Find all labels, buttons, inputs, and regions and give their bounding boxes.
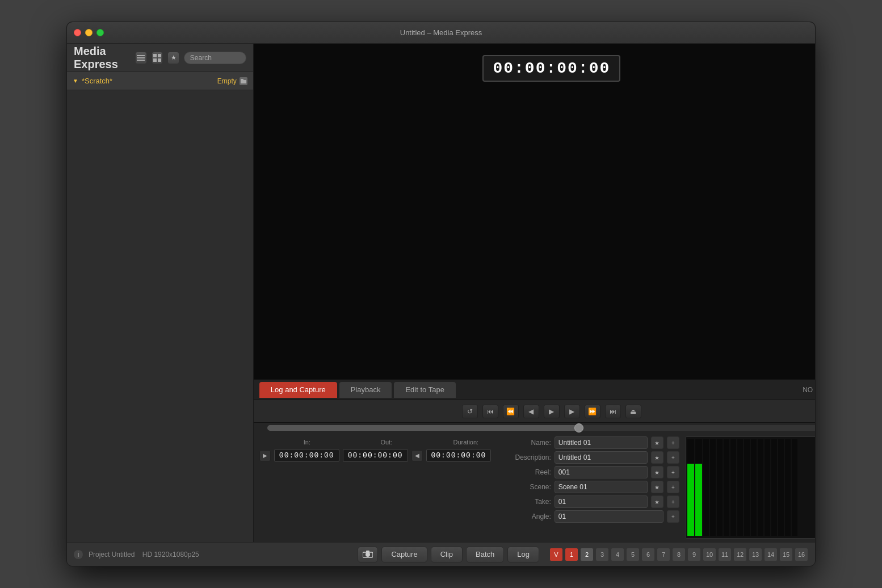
- vu-channel-3: [703, 439, 709, 536]
- scene-plus-button[interactable]: +: [667, 481, 679, 493]
- progress-bar[interactable]: [267, 425, 815, 431]
- clip-label: Clip: [440, 550, 453, 558]
- fast-back-button[interactable]: ⏪: [503, 405, 519, 418]
- out-label: Out:: [380, 439, 392, 446]
- clip-button[interactable]: Clip: [431, 547, 463, 562]
- channel-9-button[interactable]: 9: [687, 548, 701, 561]
- description-input[interactable]: [555, 451, 648, 464]
- tab-playback-label: Playback: [351, 385, 381, 394]
- svg-rect-3: [153, 54, 157, 57]
- svg-point-9: [366, 552, 370, 557]
- fast-fwd-button[interactable]: ▶: [564, 405, 580, 418]
- favorites-button[interactable]: ★: [167, 52, 179, 64]
- capture-button[interactable]: Capture: [381, 547, 427, 562]
- metadata-section: Name: ★ + Description: ★ + Reel:: [506, 436, 679, 539]
- step-fwd-button[interactable]: ⏭: [605, 405, 621, 418]
- angle-plus-button[interactable]: +: [667, 510, 679, 523]
- take-star-button[interactable]: ★: [651, 495, 663, 508]
- tab-log-capture[interactable]: Log and Capture: [259, 382, 337, 398]
- tab-edit-to-tape-label: Edit to Tape: [405, 385, 444, 394]
- video-preview: 00:00:00:00: [254, 44, 815, 379]
- back-button[interactable]: ◀: [523, 405, 539, 418]
- channel-7-button[interactable]: 7: [657, 548, 670, 561]
- maximize-button[interactable]: [96, 29, 104, 36]
- angle-input[interactable]: [555, 510, 663, 523]
- channel-5-button[interactable]: 5: [626, 548, 640, 561]
- take-plus-button[interactable]: +: [667, 495, 679, 508]
- out-label-group: Out:: [352, 436, 421, 447]
- svg-rect-1: [137, 57, 145, 58]
- take-input[interactable]: [555, 495, 648, 508]
- description-row: Description: ★ +: [506, 451, 679, 464]
- camera-button[interactable]: [358, 547, 378, 562]
- channel-11-button[interactable]: 11: [718, 548, 732, 561]
- empty-label: Empty: [217, 77, 237, 85]
- channel-2-button[interactable]: 2: [580, 548, 594, 561]
- channel-1-button[interactable]: 1: [565, 548, 578, 561]
- in-play-button[interactable]: ▶: [259, 450, 271, 461]
- vu-channel-5: [717, 439, 723, 536]
- take-row: Take: ★ +: [506, 495, 679, 508]
- grid-view-button[interactable]: [152, 52, 163, 64]
- vu-channel-13: [771, 439, 777, 536]
- angle-row: Angle: +: [506, 510, 679, 523]
- batch-button[interactable]: Batch: [466, 547, 504, 562]
- sidebar: Media Express ★: [67, 44, 254, 542]
- tabs-row: Log and Capture Playback Edit to Tape NO…: [254, 380, 815, 400]
- list-view-button[interactable]: [135, 52, 147, 64]
- scene-star-button[interactable]: ★: [651, 481, 663, 493]
- timecode-display: 00:00:00:00: [482, 55, 620, 82]
- vu-channel-8: [737, 439, 743, 536]
- channel-6-button[interactable]: 6: [641, 548, 655, 561]
- reel-input[interactable]: [555, 466, 648, 478]
- channel-13-button[interactable]: 13: [749, 548, 762, 561]
- fast-fwd2-button[interactable]: ⏩: [585, 405, 600, 418]
- scratch-label: *Scratch*: [82, 77, 112, 85]
- out-mark-button[interactable]: ◀: [411, 450, 423, 461]
- name-plus-button[interactable]: +: [667, 436, 679, 449]
- eject-button[interactable]: ⏏: [625, 405, 641, 418]
- tc-values-row: ▶ 00:00:00:00 00:00:00:00 ◀ 00:00:00:00: [259, 449, 500, 462]
- channel-14-button[interactable]: 14: [764, 548, 778, 561]
- channel-15-button[interactable]: 15: [779, 548, 793, 561]
- reel-plus-button[interactable]: +: [667, 466, 679, 478]
- search-input[interactable]: [184, 52, 246, 64]
- channel-3-button[interactable]: 3: [595, 548, 609, 561]
- scratch-folder-icon: [240, 77, 247, 85]
- channel-8-button[interactable]: 8: [672, 548, 686, 561]
- sidebar-title: Media Express: [74, 45, 131, 71]
- scene-input[interactable]: [555, 481, 648, 493]
- rewind-button[interactable]: ↺: [462, 405, 478, 418]
- close-button[interactable]: [74, 29, 81, 36]
- name-input[interactable]: [555, 436, 648, 449]
- log-label: Log: [517, 550, 530, 558]
- log-button[interactable]: Log: [507, 547, 539, 562]
- no-remote-label: NO REMOTE: [803, 386, 815, 394]
- name-star-button[interactable]: ★: [651, 436, 663, 449]
- step-back-button[interactable]: ⏮: [482, 405, 498, 418]
- scratch-row: ▼ *Scratch* Empty: [67, 72, 253, 90]
- channel-16-button[interactable]: 16: [795, 548, 808, 561]
- out-timecode[interactable]: 00:00:00:00: [343, 449, 408, 462]
- channel-12-button[interactable]: 12: [733, 548, 747, 561]
- channel-v-button[interactable]: V: [549, 548, 563, 561]
- tab-edit-to-tape[interactable]: Edit to Tape: [394, 382, 455, 398]
- svg-rect-6: [158, 58, 161, 62]
- main-window: Untitled – Media Express Media Express: [66, 22, 816, 566]
- tab-playback[interactable]: Playback: [339, 382, 392, 398]
- timecode-section: In: Out: Duration: ▶ 00:00:00:00: [259, 436, 500, 539]
- progress-thumb: [574, 423, 583, 432]
- desc-star-button[interactable]: ★: [651, 451, 663, 464]
- in-timecode[interactable]: 00:00:00:00: [274, 449, 339, 462]
- reel-star-button[interactable]: ★: [651, 466, 663, 478]
- vu-bar-2: [695, 464, 702, 536]
- desc-plus-button[interactable]: +: [667, 451, 679, 464]
- play-button[interactable]: ▶: [544, 405, 560, 418]
- channel-4-button[interactable]: 4: [611, 548, 624, 561]
- angle-label: Angle:: [506, 513, 551, 520]
- project-label: Project Untitled: [89, 551, 135, 558]
- vu-bar-1: [687, 464, 694, 536]
- minimize-button[interactable]: [85, 29, 93, 36]
- channel-10-button[interactable]: 10: [703, 548, 716, 561]
- bottom-statusbar: i Project Untitled HD 1920x1080p25 Captu…: [67, 542, 815, 566]
